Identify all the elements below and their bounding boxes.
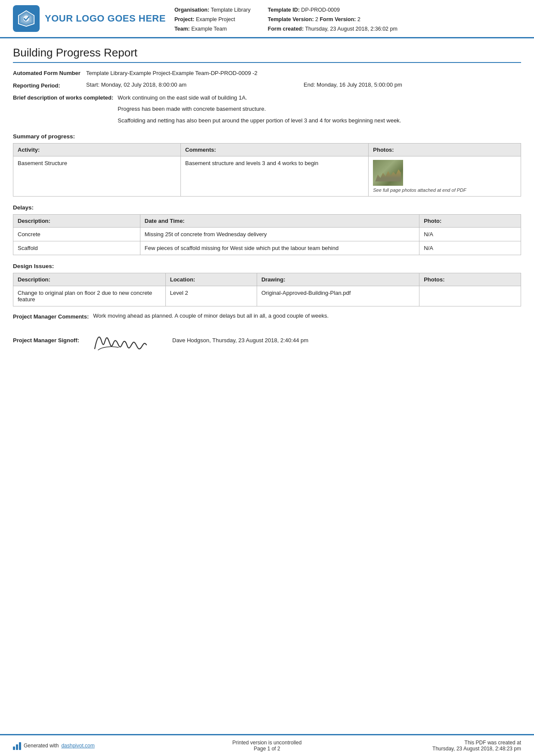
header-meta-right: Template ID: DP-PROD-0009 Template Versi… (268, 6, 397, 33)
design-location-1: Level 2 (165, 286, 257, 306)
delays-col-photo: Photo: (419, 214, 521, 227)
header-meta-left: Organisation: Template Library Project: … (174, 6, 251, 33)
summary-col-comments: Comments: (181, 143, 369, 156)
team-line: Team: Example Team (174, 25, 251, 33)
design-col-drawing: Drawing: (257, 273, 419, 286)
pm-signoff-row: Project Manager Signoff: Dave Hodgson, T… (13, 325, 521, 355)
main-content: Building Progress Report Automated Form … (0, 38, 534, 734)
report-title: Building Progress Report (13, 46, 521, 63)
form-number-row: Automated Form Number Template Library-E… (13, 69, 521, 78)
footer-pdf-created-label: This PDF was created at (357, 740, 521, 746)
delays-desc-2: Scaffold (13, 241, 140, 255)
delays-table: Description: Date and Time: Photo: Concr… (13, 214, 521, 255)
reporting-period-start: Start: Monday, 02 July 2018, 8:00:00 am (86, 81, 304, 90)
delays-datetime-1: Missing 25t of concrete from Wednesday d… (140, 227, 419, 241)
brief-desc-label: Brief description of works completed: (13, 94, 118, 102)
footer-page: Page 1 of 2 (185, 746, 349, 752)
design-desc-1: Change to original plan on floor 2 due t… (13, 286, 166, 306)
summary-section-title: Summary of progress: (13, 133, 521, 140)
summary-col-activity: Activity: (13, 143, 181, 156)
summary-col-photos: Photos: (369, 143, 521, 156)
footer: Generated with dashpivot.com Printed ver… (0, 734, 534, 756)
brief-desc-row: Brief description of works completed: Wo… (13, 94, 521, 125)
photo-thumb-inner (373, 160, 403, 186)
design-col-description: Description: (13, 273, 166, 286)
design-photo-1 (419, 286, 521, 306)
pm-comments-value: Work moving ahead as planned. A couple o… (93, 312, 521, 321)
delays-desc-1: Concrete (13, 227, 140, 241)
pm-signoff-text: Dave Hodgson, Thursday, 23 August 2018, … (172, 337, 308, 344)
page: YOUR LOGO GOES HERE Organisation: Templa… (0, 0, 534, 756)
pm-comments-section: Project Manager Comments: Work moving ah… (13, 312, 521, 356)
design-col-location: Location: (165, 273, 257, 286)
brief-desc-line-1: Work continuing on the east side wall of… (118, 94, 521, 103)
delays-photo-1: N/A (419, 227, 521, 241)
pm-signoff-label: Project Manager Signoff: (13, 336, 86, 345)
signature-drawing (86, 325, 155, 355)
template-version-line: Template Version: 2 Form Version: 2 (268, 16, 397, 24)
footer-printed-label: Printed version is uncontrolled (185, 740, 349, 746)
reporting-period-label: Reporting Period: (13, 81, 86, 90)
design-issues-section-title: Design Issues: (13, 263, 521, 269)
delays-col-description: Description: (13, 214, 140, 227)
header-meta: Organisation: Template Library Project: … (174, 4, 521, 33)
header: YOUR LOGO GOES HERE Organisation: Templa… (0, 0, 534, 38)
logo-area: YOUR LOGO GOES HERE (13, 4, 166, 33)
footer-right: This PDF was created at Thursday, 23 Aug… (357, 740, 521, 752)
delays-col-datetime: Date and Time: (140, 214, 419, 227)
footer-center: Printed version is uncontrolled Page 1 o… (185, 740, 349, 752)
design-drawing-1: Original-Approved-Building-Plan.pdf (257, 286, 419, 306)
form-created-line: Form created: Thursday, 23 August 2018, … (268, 25, 397, 33)
pm-comments-label: Project Manager Comments: (13, 312, 93, 321)
photo-thumbnail (373, 160, 403, 186)
delays-row-1: Concrete Missing 25t of concrete from We… (13, 227, 521, 241)
photo-caption: See full page photos attached at end of … (373, 187, 516, 193)
reporting-period-row: Reporting Period: Start: Monday, 02 July… (13, 81, 521, 90)
brief-desc-line-2: Progress has been made with concrete bas… (118, 105, 521, 114)
brief-desc-value: Work continuing on the east side wall of… (118, 94, 521, 125)
footer-dashpivot-link[interactable]: dashpivot.com (61, 743, 94, 749)
summary-row-1: Basement Structure Basement structure an… (13, 156, 521, 196)
summary-comments-1: Basement structure and levels 3 and 4 wo… (181, 156, 369, 196)
pm-signoff-value: Dave Hodgson, Thursday, 23 August 2018, … (86, 325, 521, 355)
reporting-period-end: End: Monday, 16 July 2018, 5:00:00 pm (304, 81, 521, 90)
pm-comments-row: Project Manager Comments: Work moving ah… (13, 312, 521, 321)
brief-desc-line-3: Scaffolding and netting has also been pu… (118, 116, 521, 125)
summary-photo-1: See full page photos attached at end of … (369, 156, 521, 196)
design-issues-table: Description: Location: Drawing: Photos: … (13, 273, 521, 306)
design-col-photos: Photos: (419, 273, 521, 286)
delays-section-title: Delays: (13, 204, 521, 211)
summary-table: Activity: Comments: Photos: Basement Str… (13, 143, 521, 197)
form-number-label: Automated Form Number (13, 69, 86, 78)
summary-activity-1: Basement Structure (13, 156, 181, 196)
logo-icon (13, 5, 40, 32)
delays-photo-2: N/A (419, 241, 521, 255)
project-line: Project: Example Project (174, 16, 251, 24)
footer-pdf-created-value: Thursday, 23 August 2018, 2:48:23 pm (357, 746, 521, 752)
template-id-line: Template ID: DP-PROD-0009 (268, 6, 397, 14)
org-line: Organisation: Template Library (174, 6, 251, 14)
design-row-1: Change to original plan on floor 2 due t… (13, 286, 521, 306)
form-number-value: Template Library-Example Project-Example… (86, 69, 521, 78)
delays-row-2: Scaffold Few pieces of scaffold missing … (13, 241, 521, 255)
logo-text: YOUR LOGO GOES HERE (45, 13, 166, 24)
delays-datetime-2: Few pieces of scaffold missing for West … (140, 241, 419, 255)
footer-left: Generated with dashpivot.com (13, 741, 177, 750)
reporting-period-values: Start: Monday, 02 July 2018, 8:00:00 am … (86, 81, 521, 90)
